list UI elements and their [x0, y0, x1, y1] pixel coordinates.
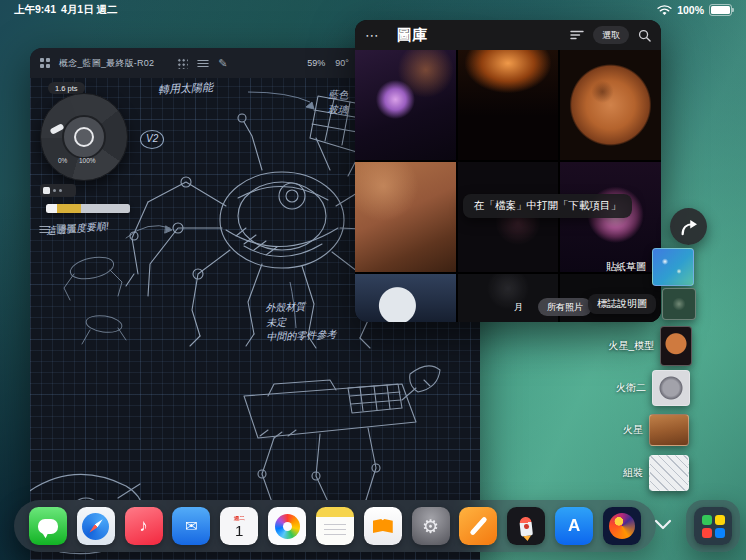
dock-icon-notes[interactable]	[316, 507, 354, 545]
pencil-icon	[469, 516, 487, 536]
dock-icon-photos[interactable]	[268, 507, 306, 545]
dock-icon-books[interactable]	[364, 507, 402, 545]
layers-icon	[39, 225, 51, 234]
download-item-label: 火星	[623, 423, 643, 437]
dock: ♪ ✉ 週二 1 ⚙ A	[14, 500, 656, 552]
assembly-sketch-thumbnail[interactable]	[649, 455, 689, 491]
download-item[interactable]: 火星_模型	[608, 326, 692, 366]
snap-grid-icon[interactable]	[177, 58, 188, 69]
download-item-label: 火衛二	[616, 381, 646, 395]
dock-icon-messages[interactable]	[29, 507, 67, 545]
dock-icon-settings[interactable]: ⚙	[412, 507, 450, 545]
forward-arrow-icon	[678, 217, 700, 237]
download-item[interactable]: 組裝	[623, 455, 689, 491]
mars-surface-thumbnail[interactable]	[649, 414, 689, 446]
sticker-sketch-thumbnail[interactable]	[652, 248, 694, 286]
app-library-icon	[702, 515, 725, 538]
deimos-thumbnail[interactable]	[652, 370, 690, 406]
opacity-min-label: 0%	[58, 157, 67, 164]
wifi-icon	[657, 5, 672, 16]
download-item-label: 貼紙草圖	[606, 260, 646, 274]
calendar-weekday: 週二	[234, 515, 245, 522]
dock-icon-browser[interactable]	[603, 507, 641, 545]
list-icon[interactable]	[197, 59, 209, 68]
photo-thumbnail-desert[interactable]	[355, 162, 456, 272]
chat-bubble-icon	[38, 519, 58, 534]
rocket-icon	[519, 516, 533, 536]
tab-months[interactable]: 月	[505, 298, 532, 316]
zoom-level[interactable]: 59%	[307, 58, 325, 68]
app-store-a-icon: A	[568, 516, 580, 536]
chevron-down-icon	[654, 519, 672, 530]
share-arrow-button[interactable]	[670, 208, 707, 245]
dock-icon-rocket[interactable]	[507, 507, 545, 545]
tab-all-photos[interactable]: 所有照片	[538, 298, 592, 316]
photo-thumbnail-mars[interactable]	[560, 50, 661, 160]
download-item-label: 火星_模型	[608, 339, 654, 353]
search-icon[interactable]	[638, 29, 651, 42]
status-bar: 上午9:41 4月1日 週二 100%	[0, 0, 746, 20]
compass-icon	[82, 513, 109, 540]
status-time: 上午9:41	[14, 3, 56, 17]
dock-icon-calendar[interactable]: 週二 1	[220, 507, 258, 545]
flower-icon	[275, 514, 300, 539]
layers-button[interactable]: 圖層	[39, 222, 76, 236]
battery-percent: 100%	[677, 4, 704, 16]
canvas-note-solar: 轉用太陽能	[158, 80, 214, 99]
swatch-mini-toolbar[interactable]	[40, 184, 76, 197]
download-item-label: 標誌說明圖	[588, 294, 656, 314]
dock-icon-mail[interactable]: ✉	[172, 507, 210, 545]
open-book-icon	[373, 519, 393, 533]
calendar-day: 1	[235, 523, 243, 538]
dock-icon-sketch[interactable]	[459, 507, 497, 545]
canvas-note-material: 外殼材質未定中間的零件參考	[265, 299, 336, 345]
hide-dock-chevron[interactable]	[654, 516, 672, 534]
document-title[interactable]: 概念_藍圖_最終版-R02	[59, 57, 154, 70]
pen-icon[interactable]: ✎	[218, 58, 227, 69]
photo-thumbnail-nebula[interactable]	[355, 50, 456, 160]
layers-label: 圖層	[56, 222, 76, 236]
ipad-screen: 上午9:41 4月1日 週二 100% 概念_藍圖_最終版-R02 ✎ 59% …	[0, 0, 746, 560]
photos-header: ⋯ 圖庫 選取	[355, 20, 661, 50]
app-menu-icon[interactable]	[40, 58, 50, 68]
download-item-label: 組裝	[623, 466, 643, 480]
dock-icon-app-library[interactable]	[694, 507, 732, 545]
rotation-value[interactable]: 90°	[335, 58, 349, 68]
download-item[interactable]: 貼紙草圖	[606, 248, 694, 286]
select-button[interactable]: 選取	[593, 26, 629, 44]
logo-diagram-thumbnail[interactable]	[662, 288, 696, 320]
dock-recent-section	[686, 500, 740, 552]
status-time-date: 上午9:41 4月1日 週二	[14, 3, 118, 17]
open-in-files-banner[interactable]: 在「檔案」中打開「下載項目」	[463, 194, 632, 218]
brush-preview	[49, 123, 64, 135]
color-swatch-bar[interactable]	[46, 204, 130, 213]
fox-swirl-icon	[609, 513, 635, 539]
battery-icon	[709, 4, 732, 16]
filter-icon[interactable]	[570, 30, 584, 40]
more-button[interactable]: ⋯	[365, 28, 379, 42]
status-date: 4月1日 週二	[61, 3, 118, 17]
canvas-note-glass: 藍色玻璃	[328, 88, 349, 118]
tool-wheel[interactable]: 0% 100%	[40, 93, 128, 181]
gear-icon: ⚙	[422, 515, 439, 538]
photo-thumbnail-volcano[interactable]	[458, 50, 559, 160]
music-note-icon: ♪	[139, 516, 148, 536]
download-item[interactable]: 火星	[623, 414, 689, 446]
envelope-icon: ✉	[185, 517, 198, 535]
dock-icon-music[interactable]: ♪	[125, 507, 163, 545]
download-item[interactable]: 火衛二	[616, 370, 690, 406]
photos-title: 圖庫	[397, 26, 427, 45]
dock-icon-safari[interactable]	[77, 507, 115, 545]
canvas-note-version: V2	[140, 130, 164, 149]
mars-model-thumbnail[interactable]	[660, 326, 692, 366]
download-item[interactable]: 標誌說明圖	[588, 288, 696, 320]
dock-icon-app-store[interactable]: A	[555, 507, 593, 545]
opacity-max-label: 100%	[79, 157, 96, 164]
photo-thumbnail-observatory[interactable]	[355, 274, 456, 322]
photos-segmented-control: 月 所有照片	[505, 298, 592, 316]
